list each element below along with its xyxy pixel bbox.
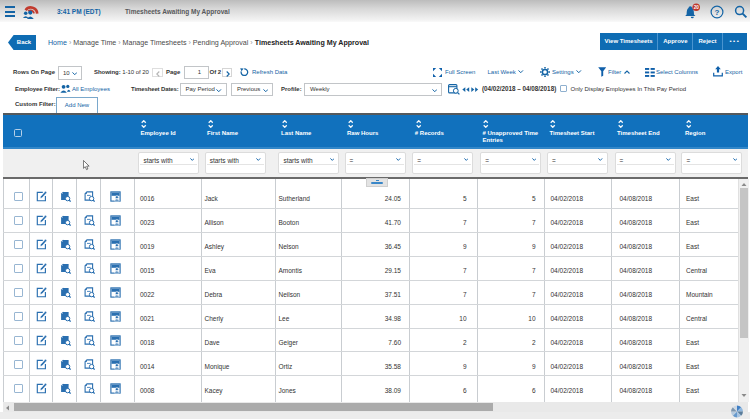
svg-text:?: ? xyxy=(715,8,720,17)
svg-text:20: 20 xyxy=(694,5,700,10)
